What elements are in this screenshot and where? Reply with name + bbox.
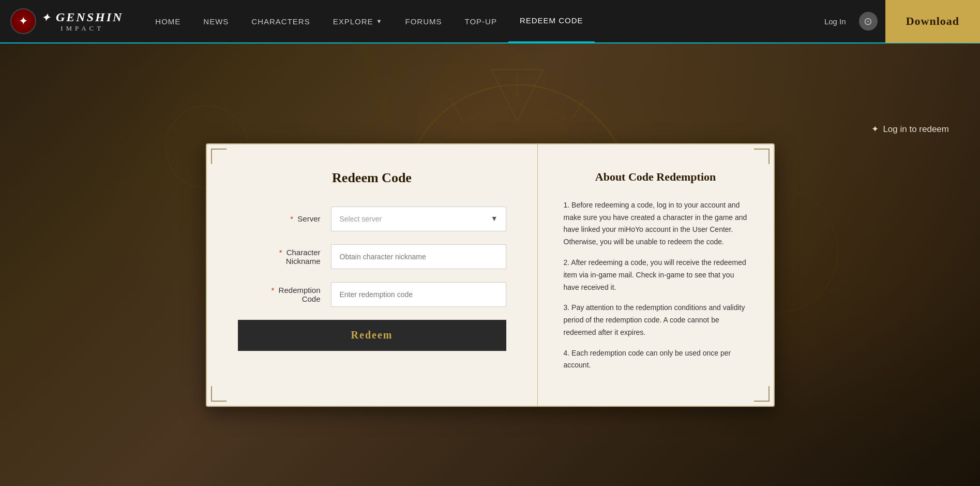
navbar: ✦ ✦ Genshin IMPACT HOME NEWS CHARACTERS … — [0, 0, 980, 43]
main-nav: HOME NEWS CHARACTERS EXPLORE ▼ FORUMS TO… — [144, 0, 819, 43]
about-point-1: 1. Before redeeming a code, log in to yo… — [564, 199, 748, 248]
character-required-star: * — [279, 248, 282, 257]
logo[interactable]: ✦ ✦ Genshin IMPACT — [0, 8, 133, 34]
redeem-code-modal: Redeem Code * Server Select server Ameri… — [206, 143, 775, 407]
redeem-button[interactable]: Redeem — [238, 320, 506, 351]
logo-sub-text: IMPACT — [61, 24, 104, 33]
nav-item-home[interactable]: HOME — [144, 0, 192, 43]
logo-icon: ✦ — [10, 8, 36, 34]
modal-right-panel: About Code Redemption 1. Before redeemin… — [538, 144, 774, 406]
nav-item-redeem-code[interactable]: REDEEM CODE — [508, 0, 595, 43]
character-nickname-label: * CharacterNickname — [238, 248, 321, 266]
nav-item-characters[interactable]: CHARACTERS — [240, 0, 321, 43]
about-point-4: 4. Each redemption code can only be used… — [564, 347, 748, 372]
corner-decoration-br — [754, 386, 770, 402]
nav-item-top-up[interactable]: TOP-UP — [453, 0, 508, 43]
nav-item-forums[interactable]: FORUMS — [394, 0, 453, 43]
navbar-right: Log In ⊙ Download — [819, 0, 980, 43]
character-nickname-form-row: * CharacterNickname — [238, 244, 506, 269]
character-nickname-input[interactable] — [331, 244, 506, 269]
nav-item-explore[interactable]: EXPLORE ▼ — [322, 0, 394, 43]
download-button[interactable]: Download — [885, 0, 980, 43]
redemption-code-label: * RedemptionCode — [238, 286, 321, 303]
redemption-code-form-row: * RedemptionCode — [238, 282, 506, 307]
about-point-3: 3. Pay attention to the redemption condi… — [564, 302, 748, 338]
logo-main-text: ✦ Genshin — [41, 10, 123, 24]
modal-overlay: Redeem Code * Server Select server Ameri… — [0, 43, 980, 486]
modal-title: Redeem Code — [238, 170, 506, 186]
nav-item-news[interactable]: NEWS — [192, 0, 240, 43]
modal-left-panel: Redeem Code * Server Select server Ameri… — [207, 144, 538, 406]
login-button[interactable]: Log In — [819, 17, 851, 26]
corner-decoration-tr — [754, 149, 770, 164]
about-text: 1. Before redeeming a code, log in to yo… — [564, 199, 748, 372]
logo-text: ✦ Genshin IMPACT — [41, 10, 123, 33]
user-avatar-icon[interactable]: ⊙ — [859, 12, 878, 31]
server-label: * Server — [238, 214, 321, 223]
explore-dropdown-icon: ▼ — [376, 18, 383, 24]
server-select-wrapper: Select server America Europe Asia TW/HK/… — [331, 207, 506, 231]
about-point-2: 2. After redeeming a code, you will rece… — [564, 257, 748, 293]
server-select[interactable]: Select server America Europe Asia TW/HK/… — [331, 207, 506, 231]
about-title: About Code Redemption — [564, 170, 748, 184]
redemption-required-star: * — [272, 286, 275, 294]
redemption-code-input[interactable] — [331, 282, 506, 307]
server-form-row: * Server Select server America Europe As… — [238, 207, 506, 231]
hero-section: Log in to redeem Redeem Code * Server — [0, 43, 980, 486]
server-required-star: * — [290, 214, 293, 223]
corner-decoration-bl — [211, 386, 227, 402]
corner-decoration-tl — [211, 149, 227, 164]
